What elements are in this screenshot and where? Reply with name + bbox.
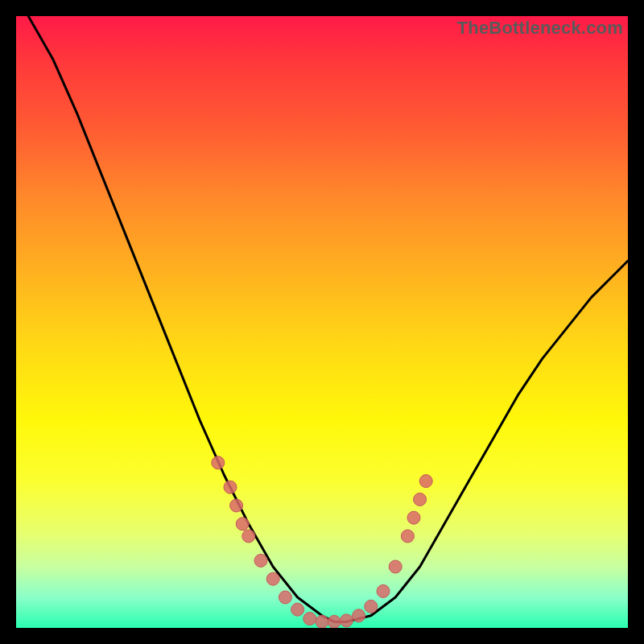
- bottleneck-curve-svg: [16, 16, 628, 628]
- curve-markers: [212, 456, 432, 628]
- curve-marker: [254, 554, 267, 567]
- curve-marker: [340, 614, 353, 627]
- curve-marker: [377, 584, 390, 597]
- curve-marker: [291, 603, 304, 616]
- chart-frame: TheBottleneck.com: [16, 16, 628, 628]
- curve-marker: [328, 615, 341, 628]
- curve-marker: [389, 560, 402, 573]
- curve-marker: [303, 613, 316, 625]
- curve-marker: [316, 615, 328, 628]
- curve-marker: [230, 499, 243, 512]
- bottleneck-curve-path: [28, 16, 628, 621]
- curve-marker: [212, 456, 225, 469]
- curve-marker: [407, 511, 420, 524]
- curve-marker: [224, 481, 237, 493]
- curve-marker: [242, 530, 255, 543]
- curve-marker: [401, 530, 414, 543]
- curve-marker: [353, 609, 365, 622]
- curve-marker: [419, 475, 432, 488]
- curve-marker: [236, 518, 249, 530]
- curve-marker: [279, 591, 291, 604]
- curve-marker: [414, 493, 427, 506]
- watermark-text: TheBottleneck.com: [457, 18, 623, 39]
- curve-marker: [365, 600, 378, 613]
- curve-marker: [266, 572, 279, 585]
